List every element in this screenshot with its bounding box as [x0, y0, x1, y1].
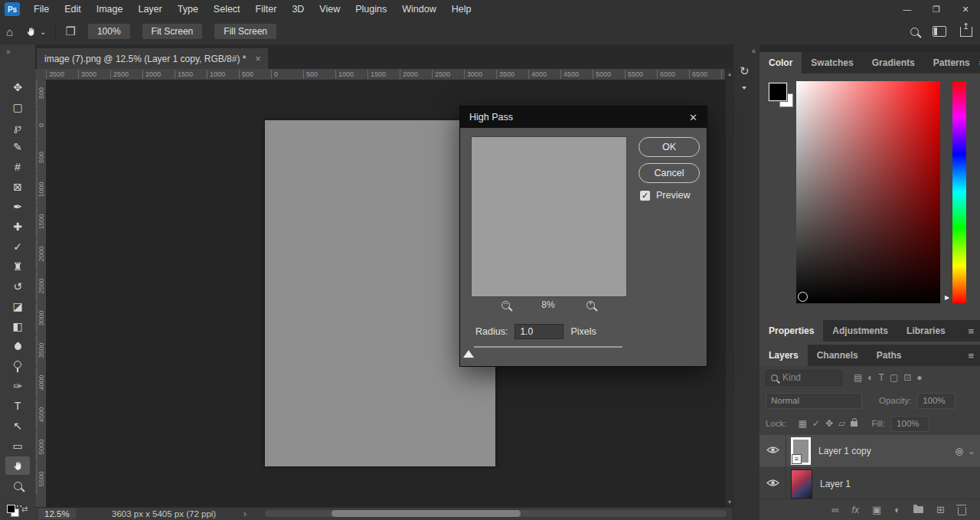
layer-filter-kind[interactable]: Kind — [766, 370, 842, 386]
fill-value[interactable]: 100% — [891, 416, 929, 432]
brush-tool[interactable]: ✓ — [5, 237, 30, 256]
fill-screen-button[interactable]: Fill Screen — [214, 24, 276, 39]
home-icon[interactable]: ⌂ — [6, 25, 13, 38]
menu-file[interactable]: File — [26, 0, 57, 18]
blur-tool[interactable] — [5, 337, 30, 355]
menu-view[interactable]: View — [312, 0, 348, 18]
visibility-toggle[interactable] — [760, 435, 786, 467]
filter-adjustment-layers-icon[interactable]: ◐ — [867, 372, 873, 383]
smart-filter-icon[interactable]: ◎ — [955, 446, 962, 456]
dialog-close-icon[interactable]: ✕ — [689, 112, 697, 123]
radius-slider-thumb[interactable] — [463, 350, 474, 358]
filter-type-layers-icon[interactable]: T — [879, 372, 884, 383]
opacity-value[interactable]: 100% — [917, 393, 956, 409]
tab-patterns[interactable]: Patterns — [924, 52, 979, 74]
rectangle-tool[interactable]: ▭ — [5, 437, 30, 455]
menu-edit[interactable]: Edit — [57, 0, 89, 18]
menu-select[interactable]: Select — [206, 0, 248, 18]
menu-layer[interactable]: Layer — [130, 0, 169, 18]
healing-brush-tool[interactable]: ✚ — [5, 217, 30, 236]
blend-mode-select[interactable]: Normal — [766, 393, 862, 409]
fit-screen-button[interactable]: Fit Screen — [142, 24, 203, 39]
eraser-tool[interactable]: ◪ — [5, 297, 30, 316]
tab-swatches[interactable]: Swatches — [802, 52, 862, 74]
tab-adjustments[interactable]: Adjustments — [823, 320, 897, 342]
hue-pointer-icon[interactable]: ▶ — [945, 294, 949, 301]
tab-channels[interactable]: Channels — [808, 345, 867, 366]
crop-tool[interactable]: # — [5, 158, 30, 176]
properties-panel-menu-icon[interactable]: ≡ — [968, 325, 974, 337]
workspace-icon[interactable] — [933, 26, 946, 37]
new-group-icon[interactable] — [913, 506, 923, 513]
document-tab[interactable]: image (7).png @ 12.5% (Layer 1 copy, RGB… — [37, 48, 268, 69]
filter-shape-layers-icon[interactable]: ▢ — [890, 372, 898, 383]
search-icon[interactable] — [910, 28, 919, 36]
move-tool[interactable]: ✥ — [5, 78, 30, 96]
foreground-color-swatch[interactable] — [7, 505, 15, 513]
share-icon[interactable]: ↥ — [960, 27, 972, 37]
screen-mode-icon[interactable]: ❒ — [65, 25, 75, 38]
object-selection-tool[interactable]: ✎ — [5, 138, 30, 156]
menu-type[interactable]: Type — [170, 0, 206, 18]
menu-filter[interactable]: Filter — [248, 0, 285, 18]
menu-plugins[interactable]: Plugins — [348, 0, 394, 18]
layer-thumbnail[interactable] — [791, 469, 812, 499]
lock-image-pixels-icon[interactable]: ✓ — [812, 418, 820, 429]
menu-window[interactable]: Window — [394, 0, 443, 18]
color-control[interactable]: ⇄ — [5, 503, 31, 517]
saturation-brightness-field[interactable] — [796, 81, 940, 303]
expand-toolbar-icon[interactable]: » — [6, 47, 11, 56]
rectangular-marquee-tool[interactable]: ▢ — [5, 98, 30, 116]
tab-color[interactable]: Color — [760, 52, 802, 74]
layer-name[interactable]: Layer 1 — [820, 479, 851, 489]
new-layer-icon[interactable]: ⊞ — [936, 504, 945, 515]
cancel-button[interactable]: Cancel — [639, 163, 700, 183]
new-adjustment-layer-icon[interactable]: ◐ — [894, 504, 900, 515]
clone-stamp-tool[interactable]: ♜ — [5, 257, 30, 276]
zoom-in-icon[interactable]: + — [586, 301, 595, 309]
dialog-title-bar[interactable]: High Pass ✕ — [460, 106, 707, 128]
menu-3d[interactable]: 3D — [284, 0, 312, 18]
menu-help[interactable]: Help — [444, 0, 479, 18]
gradient-tool[interactable]: ◧ — [5, 317, 30, 335]
layer-thumbnail[interactable] — [791, 437, 811, 465]
filter-pixel-layers-icon[interactable]: ▤ — [854, 372, 862, 383]
layers-panel-menu-icon[interactable]: ≡ — [968, 350, 974, 361]
lock-artboard-icon[interactable]: ▱ — [838, 418, 845, 429]
visibility-toggle[interactable] — [760, 468, 786, 500]
close-button[interactable]: ✕ — [951, 0, 980, 18]
ok-button[interactable]: OK — [639, 137, 700, 157]
lock-all-icon[interactable] — [851, 418, 858, 429]
lock-position-icon[interactable]: ✥ — [825, 418, 833, 429]
hue-slider[interactable] — [952, 81, 966, 303]
menu-image[interactable]: Image — [89, 0, 131, 18]
pen-tool[interactable]: ✑ — [5, 377, 30, 395]
minimize-button[interactable]: — — [893, 0, 922, 18]
zoom-tool[interactable] — [5, 476, 30, 495]
type-tool[interactable]: T — [5, 397, 30, 415]
radius-slider-track[interactable] — [474, 346, 622, 348]
radius-input[interactable]: 1.0 — [514, 324, 564, 339]
color-field-cursor[interactable] — [798, 292, 808, 302]
layer-row[interactable]: Layer 1 copy◎⌄ — [760, 435, 980, 468]
tab-paths[interactable]: Paths — [867, 345, 911, 366]
history-panel-icon[interactable]: ↻ — [740, 64, 750, 78]
hand-tool[interactable] — [5, 456, 30, 475]
zoom-100-button[interactable]: 100% — [88, 24, 130, 39]
tab-layers[interactable]: Layers — [760, 345, 808, 366]
layer-name[interactable]: Layer 1 copy — [818, 446, 871, 456]
link-layers-icon[interactable]: ∞ — [831, 504, 838, 515]
panel-foreground-color-swatch[interactable] — [769, 83, 787, 101]
status-chevron-icon[interactable]: › — [243, 509, 247, 519]
tab-gradients[interactable]: Gradients — [863, 52, 924, 74]
lasso-tool[interactable]: ℘ — [5, 118, 30, 136]
filter-toggle-icon[interactable]: ● — [916, 372, 922, 383]
filter-smart-objects-icon[interactable]: ⊡ — [903, 372, 911, 383]
lock-transparent-pixels-icon[interactable]: ▦ — [799, 418, 807, 429]
preview-checkbox[interactable]: ✓ — [640, 191, 650, 201]
swap-colors-icon[interactable]: ⇄ — [21, 505, 28, 513]
tab-close-icon[interactable]: × — [255, 54, 260, 64]
tab-properties[interactable]: Properties — [760, 320, 823, 342]
layer-effects-icon[interactable]: fx — [852, 505, 859, 515]
zoom-level-field[interactable]: 12.5% — [38, 509, 76, 519]
